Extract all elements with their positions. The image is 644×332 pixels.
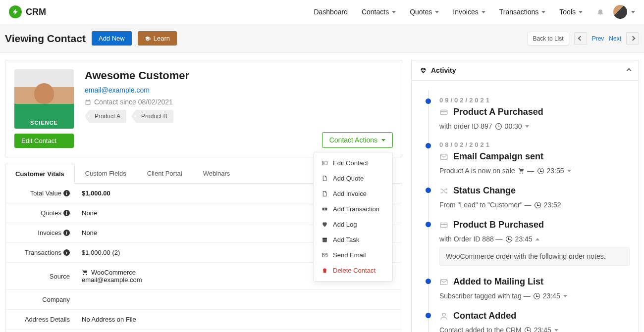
prev-link[interactable]: Prev <box>592 35 604 42</box>
action-add-quote[interactable]: Add Quote <box>314 171 392 186</box>
timeline-title: Status Change <box>439 186 630 196</box>
dd-label: Send Email <box>333 251 366 259</box>
main-nav: Dashboard Contacts Quotes Invoices Trans… <box>314 5 635 19</box>
nav-dashboard[interactable]: Dashboard <box>314 8 348 16</box>
vitals-row-phone: Telephone Contacts No phone number on Fi… <box>5 330 402 332</box>
dd-label: Add Invoice <box>333 190 367 197</box>
tag-product-a[interactable]: Product A <box>89 110 126 123</box>
trash-icon <box>321 267 328 274</box>
vitals-value <box>75 290 402 309</box>
timeline-item: Added to Mailing ListSubscriber tagged w… <box>426 277 630 300</box>
tab-webinars[interactable]: Webinars <box>193 163 241 183</box>
nav-dashboard-label: Dashboard <box>314 8 348 16</box>
vitals-row-company: Company <box>5 290 402 310</box>
caret-down-icon <box>541 11 545 13</box>
caret-up-icon[interactable] <box>536 238 539 240</box>
tag-list: Product A Product B <box>85 110 189 123</box>
svg-point-3 <box>324 208 325 210</box>
nav-contacts-label: Contacts <box>362 8 389 16</box>
timeline-title: Added to Mailing List <box>439 277 630 287</box>
activity-timeline: 09/02/2021Product A Purchasedwith order … <box>412 81 639 332</box>
avatar-shirt-text: SCIENCE <box>14 120 74 126</box>
back-to-list-button[interactable]: Back to List <box>528 32 569 46</box>
bell-icon[interactable] <box>596 8 604 16</box>
brand-logo[interactable]: CRM <box>9 5 46 18</box>
edit-contact-label: Edit Contact <box>21 137 56 144</box>
caret-down-icon[interactable] <box>554 329 558 332</box>
nav-invoices[interactable]: Invoices <box>453 8 485 16</box>
caret-down-icon[interactable] <box>567 170 571 172</box>
timeline-title: Product A Purchased <box>439 107 630 117</box>
top-bar: CRM Dashboard Contacts Quotes Invoices T… <box>0 0 644 24</box>
page-subheader: Viewing Contact Add New Learn Back to Li… <box>0 24 644 53</box>
contact-since: Contact since 08/02/2021 <box>85 98 189 106</box>
learn-button[interactable]: Learn <box>138 31 177 46</box>
nav-contacts[interactable]: Contacts <box>362 8 396 16</box>
dd-label: Delete Contact <box>333 267 376 274</box>
edit-contact-button[interactable]: Edit Contact <box>14 134 74 148</box>
info-icon[interactable]: i <box>63 210 70 216</box>
cal-icon <box>321 237 328 243</box>
tab-custom-fields[interactable]: Custom Fields <box>75 163 137 183</box>
svg-point-1 <box>323 162 324 163</box>
timeline-item: Product B Purchasedwith Order ID 888 —23… <box>426 220 630 266</box>
timeline-dot-icon <box>426 188 431 193</box>
source-name: WooCommerce <box>91 269 136 276</box>
info-icon[interactable]: i <box>63 249 70 256</box>
add-new-label: Add New <box>99 35 125 42</box>
chevron-right-icon <box>630 36 635 41</box>
caret-down-icon[interactable] <box>525 125 529 128</box>
timeline-item: Contact AddedContact added to the CRM23:… <box>426 311 630 332</box>
prev-page-button[interactable] <box>574 32 587 45</box>
tab-customer-vitals[interactable]: Customer Vitals <box>5 164 75 184</box>
card-icon <box>439 221 448 230</box>
action-add-log[interactable]: Add Log <box>314 217 392 232</box>
caret-down-icon <box>392 11 396 13</box>
nav-quotes[interactable]: Quotes <box>410 8 439 16</box>
heart-icon <box>321 221 328 228</box>
timeline-date: 08/02/2021 <box>439 141 630 148</box>
contact-actions-button[interactable]: Contact Actions <box>322 132 393 148</box>
activity-title: Activity <box>431 66 456 74</box>
tab-client-portal[interactable]: Client Portal <box>137 163 193 183</box>
nav-transactions-label: Transactions <box>499 8 539 16</box>
activity-header[interactable]: Activity <box>412 60 639 81</box>
mail-icon <box>321 252 328 258</box>
caret-down-icon <box>579 11 583 13</box>
dd-label: Add Transaction <box>333 205 379 213</box>
dd-label: Add Log <box>333 221 357 228</box>
action-edit-contact[interactable]: Edit Contact <box>314 155 392 171</box>
timeline-title: Contact Added <box>439 311 630 321</box>
svg-rect-0 <box>322 161 327 165</box>
user-menu[interactable] <box>613 5 635 19</box>
action-delete-contact[interactable]: Delete Contact <box>314 263 392 278</box>
brand-name: CRM <box>26 7 46 17</box>
caret-down-icon[interactable] <box>563 295 567 297</box>
cash-icon <box>321 206 328 212</box>
chevron-up-icon <box>627 68 632 73</box>
action-add-invoice[interactable]: Add Invoice <box>314 186 392 201</box>
timeline-dot-icon <box>426 143 431 148</box>
main-column: SCIENCE Edit Contact Awesome Customer em… <box>5 60 402 332</box>
vitals-label: Address Details <box>25 316 70 323</box>
vitals-label: Source <box>50 273 70 280</box>
next-page-button[interactable] <box>626 32 639 45</box>
content: SCIENCE Edit Contact Awesome Customer em… <box>0 53 644 332</box>
next-link[interactable]: Next <box>609 35 621 42</box>
tag-product-b[interactable]: Product B <box>135 110 173 123</box>
info-icon[interactable]: i <box>63 190 70 196</box>
info-icon[interactable]: i <box>63 230 70 236</box>
nav-transactions[interactable]: Transactions <box>499 8 546 16</box>
vitals-label: Quotes <box>41 209 61 217</box>
dd-label: Add Quote <box>333 175 364 182</box>
nav-tools[interactable]: Tools <box>559 8 583 16</box>
contact-email-link[interactable]: email@example.com <box>85 86 189 94</box>
add-new-button[interactable]: Add New <box>92 31 132 46</box>
timeline-item: Status ChangeFrom "Lead" to "Customer" —… <box>426 186 630 209</box>
action-send-email[interactable]: Send Email <box>314 247 392 263</box>
action-add-transaction[interactable]: Add Transaction <box>314 201 392 217</box>
action-add-task[interactable]: Add Task <box>314 232 392 247</box>
dd-label: Add Task <box>333 236 359 243</box>
svg-rect-8 <box>440 111 447 112</box>
contact-avatar: SCIENCE <box>14 69 74 129</box>
